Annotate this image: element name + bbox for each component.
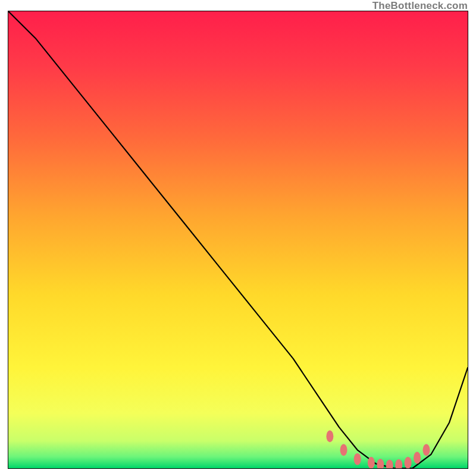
optimal-marker bbox=[340, 444, 347, 456]
optimal-marker bbox=[414, 452, 421, 464]
chart-stage: TheBottleneck.com bbox=[0, 0, 476, 476]
optimal-marker bbox=[326, 430, 333, 442]
optimal-marker bbox=[405, 457, 412, 468]
optimal-marker bbox=[368, 457, 375, 468]
watermark-text: TheBottleneck.com bbox=[372, 0, 468, 12]
optimal-marker bbox=[423, 444, 430, 456]
plot-area bbox=[8, 11, 468, 469]
gradient-background bbox=[8, 11, 468, 468]
plot-svg bbox=[8, 11, 468, 468]
optimal-marker bbox=[354, 453, 361, 465]
